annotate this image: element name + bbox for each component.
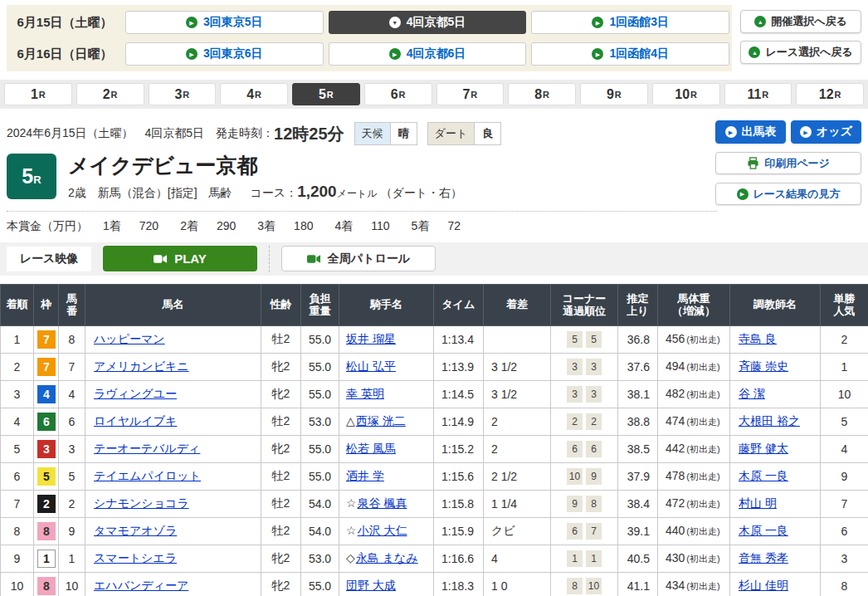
trainer-link[interactable]: 藤野 健太: [739, 442, 788, 455]
race-meta-row: 2024年6月15日（土曜） 4回京都5日 発走時刻： 12時25分 天候 晴 …: [7, 122, 704, 145]
corner-positions-cell: 33: [551, 353, 618, 380]
win-favorite-rank: 10: [821, 380, 868, 408]
bracket-cell: 1: [34, 545, 59, 572]
result-row: 466ロイヤルイブキ牡253.0△西塚 洸二1:14.922238.8474(初…: [1, 408, 868, 435]
corner-position: 5: [567, 331, 583, 348]
meeting-button[interactable]: ▶1回函館4日: [531, 42, 729, 66]
race-result-page: 6月15日（土曜）▶3回東京5日▼4回京都5日▶1回函館3日6月16日（日曜）▶…: [0, 5, 868, 596]
race-tab-7r[interactable]: 7R: [436, 83, 505, 105]
column-header-line: 着差: [506, 298, 528, 310]
race-tab-11r[interactable]: 11R: [724, 83, 792, 105]
horse-link[interactable]: スマートシエラ: [94, 551, 177, 564]
trainer-link[interactable]: 木原 一良: [739, 469, 788, 482]
prize-item: 4着110: [334, 219, 389, 232]
meeting-button[interactable]: ▶1回函館3日: [531, 11, 729, 34]
meeting-label: 1回函館4日: [609, 46, 669, 61]
jockey-cell: ◇永島 まなみ: [339, 545, 434, 572]
horse-weight-cell: 474(初出走): [658, 408, 730, 435]
jockey-link[interactable]: 酒井 学: [346, 469, 384, 482]
trainer-link[interactable]: 音無 秀孝: [739, 551, 788, 564]
race-tab-10r[interactable]: 10R: [652, 83, 720, 105]
meeting-button[interactable]: ▶3回東京5日: [125, 11, 324, 34]
trainer-link[interactable]: 木原 一良: [739, 524, 788, 537]
race-tab-6r[interactable]: 6R: [364, 83, 432, 105]
horse-link[interactable]: ロイヤルイブキ: [94, 414, 177, 427]
print-page-button[interactable]: 印刷用ページ: [715, 152, 861, 174]
patrol-video-button[interactable]: 全周パトロール: [281, 246, 436, 271]
jockey-link[interactable]: 小沢 大仁: [358, 524, 407, 537]
race-tab-2r[interactable]: 2R: [76, 83, 144, 105]
chevron-right-circle-icon: ▶: [592, 48, 603, 60]
trainer-link[interactable]: 寺島 良: [739, 332, 777, 345]
horse-link[interactable]: テイエムパイロット: [94, 469, 201, 482]
sex-age: 牡2: [261, 325, 301, 353]
horse-name-cell: タマモアオゾラ: [85, 517, 261, 545]
chevron-right-circle-icon: ▶: [737, 188, 749, 200]
race-tab-4r[interactable]: 4R: [220, 83, 288, 105]
horse-link[interactable]: ハッピーマン: [94, 332, 165, 345]
corner-position: 3: [567, 359, 583, 375]
race-tab-3r[interactable]: 3R: [149, 83, 217, 105]
horse-weight-cell: 472(初出走): [658, 490, 730, 517]
trainer-link[interactable]: 杉山 佳明: [739, 579, 788, 592]
jockey-link[interactable]: 団野 大成: [346, 579, 396, 592]
trainer-link[interactable]: 大根田 裕之: [739, 414, 800, 427]
race-conditions: 2歳 新馬（混合）[指定] 馬齢 コース：1,200メートル （ダート・右）: [68, 183, 462, 201]
race-tab-12r[interactable]: 12R: [796, 83, 864, 105]
race-tab-8r[interactable]: 8R: [508, 83, 576, 105]
result-row: 911スマートシエラ牝253.0◇永島 まなみ1:16.641140.5430(…: [1, 545, 868, 572]
win-favorite-rank: 2: [821, 325, 868, 353]
horse-link[interactable]: ラヴィングユー: [94, 387, 177, 400]
last-3f-time: 38.4: [618, 490, 658, 517]
horse-link[interactable]: エハバンディーア: [94, 579, 188, 592]
horse-name-cell: エハバンディーア: [85, 572, 261, 596]
jockey-link[interactable]: 泉谷 楓真: [358, 496, 407, 510]
column-header-line: 馬: [66, 292, 77, 305]
meeting-button[interactable]: ▶3回東京6日: [125, 42, 324, 66]
horse-link[interactable]: アメリカンビキニ: [94, 359, 189, 373]
odds-button[interactable]: ▶ オッズ: [791, 120, 861, 144]
race-results-table: 着順枠馬番馬名性齢負担重量騎手名タイム着差コーナー通過順位推定上り馬体重（増減）…: [0, 284, 868, 596]
bracket-number-badge: 8: [37, 522, 56, 540]
jockey-link[interactable]: 西塚 洸二: [356, 414, 406, 427]
race-name: メイクデビュー京都: [68, 154, 462, 178]
horse-weight: 482: [666, 387, 685, 400]
column-header: 馬体重（増減）: [658, 284, 730, 325]
race-tab-number: 3: [174, 87, 182, 102]
play-video-button[interactable]: PLAY: [103, 246, 257, 271]
result-guide-button[interactable]: ▶ レース結果の見方: [715, 183, 861, 205]
jockey-link[interactable]: 永島 まなみ: [356, 551, 418, 564]
back-to-meeting-select-button[interactable]: ▲開催選択へ戻る: [740, 10, 861, 33]
race-tab-5r[interactable]: 5R: [292, 83, 360, 105]
jockey-link[interactable]: 松若 風馬: [346, 442, 396, 455]
race-tab-9r[interactable]: 9R: [580, 83, 648, 105]
carried-weight: 55.0: [301, 353, 339, 380]
horse-link[interactable]: タマモアオゾラ: [94, 524, 177, 537]
race-number-badge: 5R: [7, 154, 56, 199]
horse-weight: 456: [666, 332, 685, 345]
horse-link[interactable]: テーオーテバルディ: [94, 442, 200, 455]
play-label: PLAY: [174, 252, 207, 266]
jockey-link[interactable]: 松山 弘平: [346, 359, 396, 373]
entry-table-button[interactable]: ▶ 出馬表: [715, 120, 786, 144]
horse-number: 1: [59, 545, 85, 572]
corner-position: 3: [586, 359, 602, 375]
margin: 1 1/4: [484, 490, 551, 517]
meeting-button[interactable]: ▶4回京都6日: [329, 42, 527, 66]
race-number: 5: [22, 164, 33, 188]
trainer-link[interactable]: 斉藤 崇史: [739, 359, 788, 373]
margin: [484, 325, 551, 353]
trainer-link[interactable]: 谷 潔: [739, 387, 765, 400]
jockey-cell: 酒井 学: [339, 462, 434, 490]
jockey-link[interactable]: 幸 英明: [346, 387, 384, 400]
back-to-race-select-button[interactable]: ▲レース選択へ戻る: [740, 41, 861, 64]
race-tab-suffix: R: [111, 90, 118, 100]
trainer-link[interactable]: 村山 明: [739, 496, 777, 510]
horse-link[interactable]: シナモンショコラ: [94, 496, 189, 510]
horse-weight: 474: [666, 414, 685, 427]
horse-weight: 442: [666, 442, 685, 455]
jockey-link[interactable]: 坂井 瑠星: [346, 332, 396, 345]
race-tab-suffix: R: [399, 90, 406, 100]
race-tab-1r[interactable]: 1R: [4, 83, 72, 105]
meeting-button[interactable]: ▼4回京都5日: [329, 11, 527, 34]
